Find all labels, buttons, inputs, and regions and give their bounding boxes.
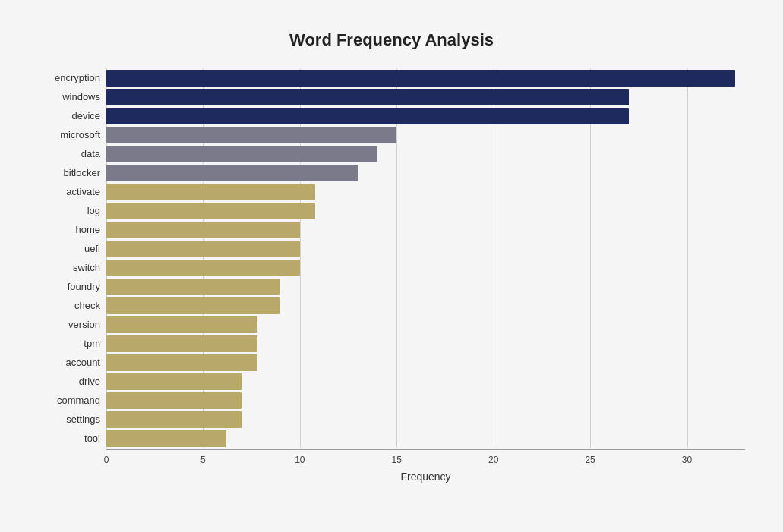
bar-command	[106, 392, 242, 409]
bar-encryption	[106, 70, 735, 87]
bar-row-bitlocker	[106, 163, 745, 182]
y-label-account: account	[38, 353, 106, 372]
y-label-microsoft: microsoft	[38, 125, 106, 144]
bar-log	[106, 203, 315, 219]
bar-row-account	[106, 353, 745, 372]
bar-row-tpm	[106, 334, 745, 353]
y-label-check: check	[38, 296, 106, 315]
chart-container: Word Frequency Analysis encryptionwindow…	[15, 15, 768, 532]
bar-activate	[106, 184, 315, 200]
bar-version	[106, 316, 257, 333]
bar-row-device	[106, 106, 745, 125]
chart-title: Word Frequency Analysis	[38, 30, 745, 50]
y-label-bitlocker: bitlocker	[38, 163, 106, 182]
y-label-device: device	[38, 106, 106, 125]
bar-row-data	[106, 144, 745, 163]
bar-row-version	[106, 315, 745, 334]
x-tick-30: 30	[682, 455, 692, 465]
bar-row-foundry	[106, 277, 745, 296]
y-label-settings: settings	[38, 410, 106, 429]
bar-data	[106, 146, 377, 162]
y-label-home: home	[38, 220, 106, 239]
bar-row-home	[106, 220, 745, 239]
bar-tool	[106, 430, 226, 447]
bar-row-encryption	[106, 68, 745, 87]
bar-row-drive	[106, 372, 745, 391]
y-label-data: data	[38, 144, 106, 163]
bar-row-uefi	[106, 239, 745, 258]
bar-row-check	[106, 296, 745, 315]
bar-switch	[106, 260, 300, 276]
y-label-switch: switch	[38, 258, 106, 277]
x-tick-0: 0	[104, 455, 109, 465]
y-label-log: log	[38, 201, 106, 220]
y-label-uefi: uefi	[38, 239, 106, 258]
bar-drive	[106, 373, 242, 390]
bar-account	[106, 354, 257, 371]
chart-body: encryptionwindowsdevicemicrosoftdatabitl…	[38, 68, 745, 483]
bar-check	[106, 297, 280, 314]
y-label-windows: windows	[38, 87, 106, 106]
y-label-version: version	[38, 315, 106, 334]
bar-tpm	[106, 335, 257, 352]
x-axis-label: Frequency	[106, 471, 745, 483]
bar-windows	[106, 89, 629, 105]
bar-device	[106, 108, 629, 124]
x-tick-20: 20	[488, 455, 498, 465]
bar-uefi	[106, 241, 300, 257]
bars-inner	[106, 68, 745, 448]
bar-row-microsoft	[106, 125, 745, 144]
y-label-command: command	[38, 391, 106, 410]
bar-microsoft	[106, 127, 396, 143]
bar-settings	[106, 411, 242, 428]
y-label-tpm: tpm	[38, 334, 106, 353]
x-tick-5: 5	[200, 455, 206, 465]
y-label-drive: drive	[38, 372, 106, 391]
y-label-tool: tool	[38, 429, 106, 448]
bar-foundry	[106, 279, 280, 295]
bar-bitlocker	[106, 165, 358, 181]
bar-row-switch	[106, 258, 745, 277]
y-label-foundry: foundry	[38, 277, 106, 296]
bar-home	[106, 222, 300, 238]
x-tick-15: 15	[392, 455, 402, 465]
bar-row-activate	[106, 182, 745, 201]
y-label-activate: activate	[38, 182, 106, 201]
bar-row-log	[106, 201, 745, 220]
x-axis: 051015202530	[106, 449, 745, 464]
bar-row-command	[106, 391, 745, 410]
bars-col: 051015202530 Frequency	[106, 68, 745, 483]
bar-row-windows	[106, 87, 745, 106]
x-tick-25: 25	[585, 455, 595, 465]
x-tick-10: 10	[295, 455, 305, 465]
bar-row-settings	[106, 410, 745, 429]
y-label-encryption: encryption	[38, 68, 106, 87]
y-axis-labels: encryptionwindowsdevicemicrosoftdatabitl…	[38, 68, 106, 483]
bar-row-tool	[106, 429, 745, 448]
